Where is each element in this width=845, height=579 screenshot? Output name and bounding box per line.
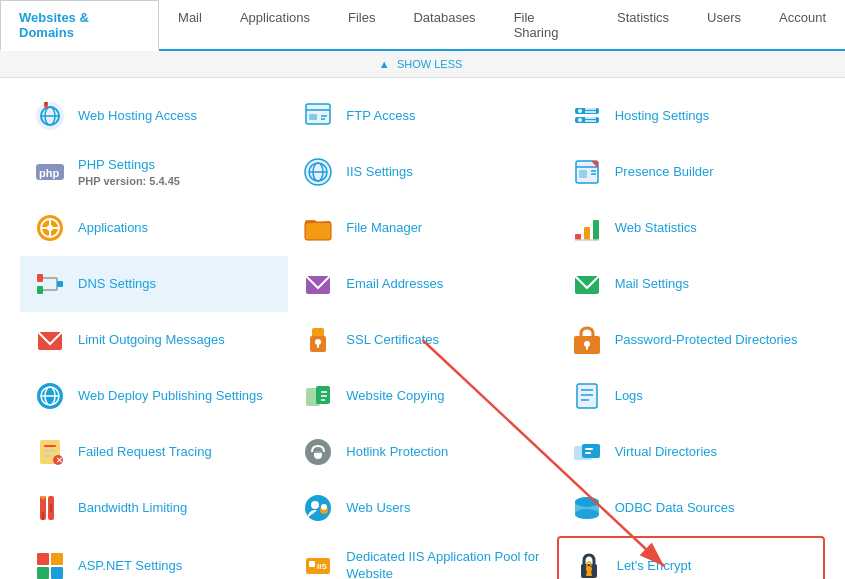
svg-rect-73	[44, 445, 56, 447]
tab-applications[interactable]: Applications	[221, 0, 329, 51]
svg-point-13	[578, 109, 582, 113]
main-grid: Web Hosting AccessFTP AccessHosting Sett…	[20, 88, 825, 579]
failed-request-tracing-icon: ✕	[32, 434, 68, 470]
tab-websites-domains[interactable]: Websites & Domains	[0, 0, 159, 51]
item-presence-builder[interactable]: Presence Builder	[557, 144, 825, 200]
svg-rect-96	[37, 553, 49, 565]
password-protected-directories-link[interactable]: Password-Protected Directories	[615, 332, 798, 347]
tab-databases[interactable]: Databases	[394, 0, 494, 51]
item-asp-net-settings[interactable]: ASP.NET Settings	[20, 536, 288, 579]
item-lets-encrypt[interactable]: Let's Encrypt	[557, 536, 825, 579]
item-php-settings[interactable]: phpPHP SettingsPHP version: 5.4.45	[20, 144, 288, 200]
svg-rect-39	[575, 234, 581, 240]
svg-rect-44	[37, 286, 43, 294]
svg-rect-101	[309, 561, 315, 567]
iis-settings-icon	[300, 154, 336, 190]
item-website-copying[interactable]: Website Copying	[288, 368, 556, 424]
web-hosting-access-link[interactable]: Web Hosting Access	[78, 108, 197, 123]
applications-link[interactable]: Applications	[78, 220, 148, 235]
lets-encrypt-icon	[571, 548, 607, 579]
failed-request-tracing-link[interactable]: Failed Request Tracing	[78, 444, 212, 459]
dns-settings-link[interactable]: DNS Settings	[78, 276, 156, 291]
mail-settings-link[interactable]: Mail Settings	[615, 276, 689, 291]
web-users-link[interactable]: Web Users	[346, 500, 410, 515]
website-copying-link[interactable]: Website Copying	[346, 388, 444, 403]
item-hotlink-protection[interactable]: Hotlink Protection	[288, 424, 556, 480]
limit-outgoing-messages-icon	[32, 322, 68, 358]
item-bandwidth-limiting[interactable]: Bandwidth Limiting	[20, 480, 288, 536]
lets-encrypt-link[interactable]: Let's Encrypt	[617, 558, 692, 573]
tab-statistics[interactable]: Statistics	[598, 0, 688, 51]
file-manager-icon	[300, 210, 336, 246]
svg-text:php: php	[39, 167, 59, 179]
item-hosting-settings[interactable]: Hosting Settings	[557, 88, 825, 144]
presence-builder-icon	[569, 154, 605, 190]
php-settings-link[interactable]: PHP Settings	[78, 157, 155, 172]
dedicated-iis-pool-link[interactable]: Dedicated IIS Application Pool for Websi…	[346, 549, 539, 579]
svg-rect-40	[584, 227, 590, 240]
item-web-deploy-publishing-settings[interactable]: Web Deploy Publishing Settings	[20, 368, 288, 424]
item-failed-request-tracing[interactable]: ✕Failed Request Tracing	[20, 424, 288, 480]
item-email-addresses[interactable]: Email Addresses	[288, 256, 556, 312]
item-iis-settings[interactable]: IIS Settings	[288, 144, 556, 200]
item-file-manager[interactable]: File Manager	[288, 200, 556, 256]
logs-link[interactable]: Logs	[615, 388, 643, 403]
item-web-users[interactable]: Web Users	[288, 480, 556, 536]
svg-text:✕: ✕	[56, 456, 63, 465]
svg-rect-97	[51, 553, 63, 565]
web-hosting-access-icon	[32, 98, 68, 134]
item-password-protected-directories[interactable]: Password-Protected Directories	[557, 312, 825, 368]
item-ftp-access[interactable]: FTP Access	[288, 88, 556, 144]
svg-rect-74	[44, 450, 56, 452]
item-odbc-data-sources[interactable]: ODBC Data Sources	[557, 480, 825, 536]
web-statistics-link[interactable]: Web Statistics	[615, 220, 697, 235]
email-addresses-link[interactable]: Email Addresses	[346, 276, 443, 291]
hosting-settings-link[interactable]: Hosting Settings	[615, 108, 710, 123]
tab-users[interactable]: Users	[688, 0, 760, 51]
iis-settings-link[interactable]: IIS Settings	[346, 164, 412, 179]
item-web-hosting-access[interactable]: Web Hosting Access	[20, 88, 288, 144]
asp-net-settings-link[interactable]: ASP.NET Settings	[78, 558, 182, 573]
item-dedicated-iis-pool[interactable]: IISDedicated IIS Application Pool for We…	[288, 536, 556, 579]
item-virtual-directories[interactable]: Virtual Directories	[557, 424, 825, 480]
ftp-access-icon	[300, 98, 336, 134]
website-copying-icon	[300, 378, 336, 414]
tab-files[interactable]: Files	[329, 0, 394, 51]
tab-file-sharing[interactable]: File Sharing	[495, 0, 598, 51]
tab-mail[interactable]: Mail	[159, 0, 221, 51]
svg-rect-58	[586, 346, 588, 350]
svg-rect-75	[44, 455, 52, 457]
svg-rect-43	[37, 274, 43, 282]
applications-icon	[32, 210, 68, 246]
limit-outgoing-messages-link[interactable]: Limit Outgoing Messages	[78, 332, 225, 347]
odbc-data-sources-link[interactable]: ODBC Data Sources	[615, 500, 735, 515]
item-mail-settings[interactable]: Mail Settings	[557, 256, 825, 312]
logs-icon	[569, 378, 605, 414]
svg-point-14	[578, 118, 582, 122]
svg-rect-27	[579, 170, 587, 178]
svg-marker-105	[586, 571, 592, 576]
item-dns-settings[interactable]: DNS Settings	[20, 256, 288, 312]
virtual-directories-link[interactable]: Virtual Directories	[615, 444, 717, 459]
bandwidth-limiting-link[interactable]: Bandwidth Limiting	[78, 500, 187, 515]
web-users-icon	[300, 490, 336, 526]
ftp-access-link[interactable]: FTP Access	[346, 108, 415, 123]
tab-account[interactable]: Account	[760, 0, 845, 51]
svg-rect-83	[585, 448, 593, 450]
svg-rect-37	[305, 222, 331, 240]
ssl-certificates-icon	[300, 322, 336, 358]
show-less-bar[interactable]: ▲ SHOW LESS	[0, 51, 845, 78]
hotlink-protection-link[interactable]: Hotlink Protection	[346, 444, 448, 459]
item-limit-outgoing-messages[interactable]: Limit Outgoing Messages	[20, 312, 288, 368]
svg-rect-55	[317, 344, 319, 348]
ssl-certificates-link[interactable]: SSL Certificates	[346, 332, 439, 347]
web-deploy-publishing-settings-link[interactable]: Web Deploy Publishing Settings	[78, 388, 263, 403]
file-manager-link[interactable]: File Manager	[346, 220, 422, 235]
presence-builder-link[interactable]: Presence Builder	[615, 164, 714, 179]
item-ssl-certificates[interactable]: SSL Certificates	[288, 312, 556, 368]
password-protected-directories-icon	[569, 322, 605, 358]
svg-rect-99	[51, 567, 63, 579]
item-logs[interactable]: Logs	[557, 368, 825, 424]
item-web-statistics[interactable]: Web Statistics	[557, 200, 825, 256]
item-applications[interactable]: Applications	[20, 200, 288, 256]
